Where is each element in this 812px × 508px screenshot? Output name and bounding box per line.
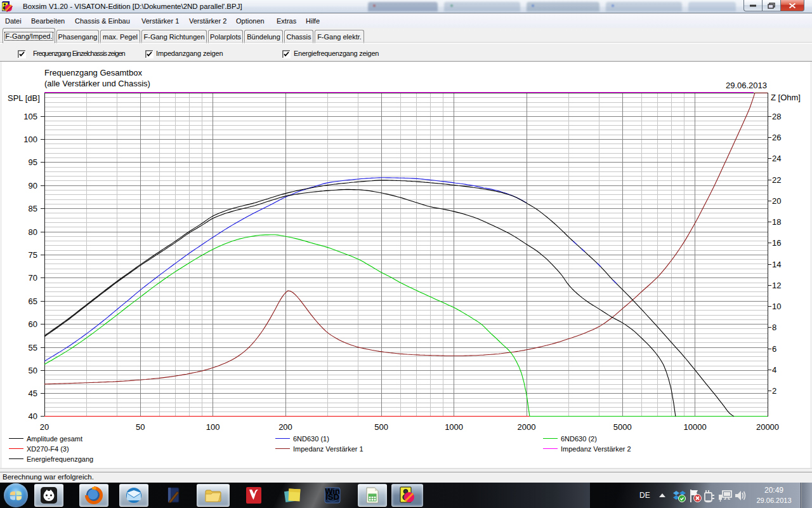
svg-text:6: 6 — [772, 344, 776, 354]
svg-text:Frequenzgang Gesamtbox: Frequenzgang Gesamtbox — [44, 68, 142, 77]
svg-text:18: 18 — [772, 217, 781, 227]
svg-text:Impedanz Verstärker 1: Impedanz Verstärker 1 — [293, 445, 363, 453]
svg-text:Z [Ohm]: Z [Ohm] — [771, 93, 801, 102]
svg-text:90: 90 — [29, 181, 37, 190]
svg-text:200: 200 — [278, 422, 292, 432]
svg-text:85: 85 — [29, 204, 37, 213]
svg-text:65: 65 — [29, 297, 37, 306]
svg-text:55: 55 — [29, 343, 37, 352]
svg-text:26: 26 — [772, 133, 781, 142]
svg-text:5000: 5000 — [613, 422, 632, 432]
svg-text:105: 105 — [23, 112, 37, 121]
svg-text:75: 75 — [29, 250, 37, 260]
svg-text:4: 4 — [772, 365, 776, 375]
svg-text:95: 95 — [29, 157, 37, 167]
svg-text:50: 50 — [136, 422, 145, 432]
svg-text:22: 22 — [772, 175, 781, 185]
svg-text:Impedanz Verstärker 2: Impedanz Verstärker 2 — [561, 445, 631, 453]
svg-text:1000: 1000 — [445, 422, 463, 432]
svg-text:20: 20 — [40, 422, 49, 432]
svg-text:20000: 20000 — [756, 422, 779, 432]
svg-text:20: 20 — [772, 196, 781, 206]
svg-text:6ND630 (1): 6ND630 (1) — [293, 435, 329, 443]
svg-text:(alle Verstärker und Chassis): (alle Verstärker und Chassis) — [44, 79, 150, 88]
svg-text:10: 10 — [772, 302, 781, 311]
svg-text:XD270-F4 (3): XD270-F4 (3) — [27, 445, 69, 453]
svg-text:SPL [dB]: SPL [dB] — [8, 93, 40, 103]
svg-text:Amplitude gesamt: Amplitude gesamt — [27, 435, 82, 443]
svg-text:12: 12 — [772, 281, 781, 290]
svg-text:14: 14 — [772, 260, 781, 269]
svg-text:45: 45 — [29, 389, 37, 398]
svg-text:60: 60 — [29, 319, 37, 329]
svg-text:100: 100 — [23, 135, 37, 144]
svg-text:29.06.2013: 29.06.2013 — [726, 81, 767, 90]
svg-text:24: 24 — [772, 154, 781, 163]
svg-text:70: 70 — [29, 273, 37, 283]
svg-text:16: 16 — [772, 238, 781, 248]
svg-text:2000: 2000 — [518, 422, 536, 432]
svg-text:80: 80 — [29, 227, 37, 237]
svg-text:10000: 10000 — [684, 422, 707, 432]
svg-text:50: 50 — [29, 366, 37, 375]
svg-text:100: 100 — [206, 422, 220, 432]
svg-text:500: 500 — [374, 422, 388, 432]
svg-text:8: 8 — [772, 323, 776, 332]
svg-text:ISD: ISD — [325, 492, 339, 502]
svg-text:40: 40 — [29, 411, 37, 421]
svg-text:Energiefrequenzgang: Energiefrequenzgang — [27, 455, 93, 463]
svg-text:28: 28 — [772, 112, 781, 121]
svg-text:6ND630 (2): 6ND630 (2) — [561, 435, 597, 443]
svg-text:2: 2 — [772, 386, 776, 396]
